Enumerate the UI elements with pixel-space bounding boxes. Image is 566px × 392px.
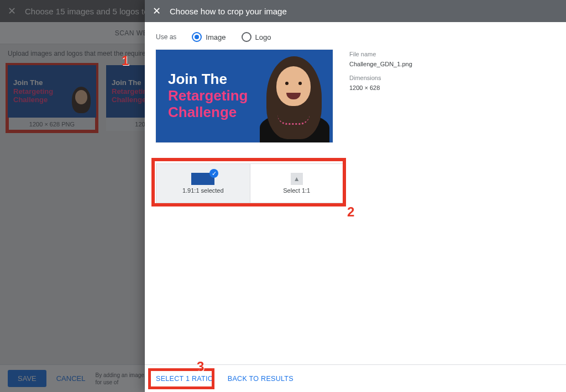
thumb-meta: 1200 × 628 PNG <box>8 118 96 131</box>
file-name-value: Challenge_GDN_1.png <box>349 60 412 70</box>
radio-image[interactable]: Image <box>192 32 226 42</box>
crop-panel-footer: SELECT 1 RATIO BACK TO RESULTS <box>145 364 566 392</box>
dimensions-label: Dimensions <box>349 73 412 83</box>
radio-dot-icon <box>192 32 202 42</box>
radio-logo-label: Logo <box>255 33 271 41</box>
file-name-label: File name <box>349 50 412 60</box>
person-illustration <box>252 50 335 142</box>
close-icon[interactable]: ✕ <box>8 5 16 17</box>
ratio-option-191[interactable]: 1.91:1 selected <box>156 164 250 203</box>
use-as-label: Use as <box>156 33 176 41</box>
image-thumb-1[interactable]: Join The Retargeting Challenge 1200 × 62… <box>8 65 96 131</box>
save-button[interactable]: SAVE <box>8 370 46 387</box>
close-icon[interactable]: ✕ <box>153 5 161 17</box>
cancel-button[interactable]: CANCEL <box>56 374 86 383</box>
select-ratio-button[interactable]: SELECT 1 RATIO <box>153 372 217 386</box>
aspect-ratio-picker: 1.91:1 selected ▲ Select 1:1 <box>156 163 344 203</box>
ratio-thumb-icon <box>191 173 214 185</box>
radio-logo[interactable]: Logo <box>242 32 271 42</box>
ratio-option-11[interactable]: ▲ Select 1:1 <box>250 164 344 203</box>
dimensions-value: 1200 × 628 <box>349 83 412 93</box>
crop-panel-title: Choose how to crop your image <box>170 7 287 16</box>
bg-dialog-title: Choose 15 images and 5 logos to us <box>25 7 160 16</box>
thumb-image: Join The Retargeting Challenge <box>8 65 96 118</box>
image-meta: File name Challenge_GDN_1.png Dimensions… <box>349 50 412 142</box>
back-to-results-button[interactable]: BACK TO RESULTS <box>224 372 297 386</box>
ratio-option-label: Select 1:1 <box>283 187 310 194</box>
crop-panel: ✕ Choose how to crop your image Use as I… <box>145 0 566 392</box>
preview-line2: Retargeting <box>168 88 248 104</box>
radio-dot-icon <box>242 32 251 42</box>
ratio-option-label: 1.91:1 selected <box>182 187 224 194</box>
crop-preview[interactable]: Join The Retargeting Challenge <box>156 50 333 142</box>
image-placeholder-icon: ▲ <box>291 173 303 185</box>
preview-line3: Challenge <box>168 104 248 121</box>
radio-image-label: Image <box>206 33 226 41</box>
preview-line1: Join The <box>168 71 248 88</box>
crop-panel-header: ✕ Choose how to crop your image <box>145 0 566 22</box>
